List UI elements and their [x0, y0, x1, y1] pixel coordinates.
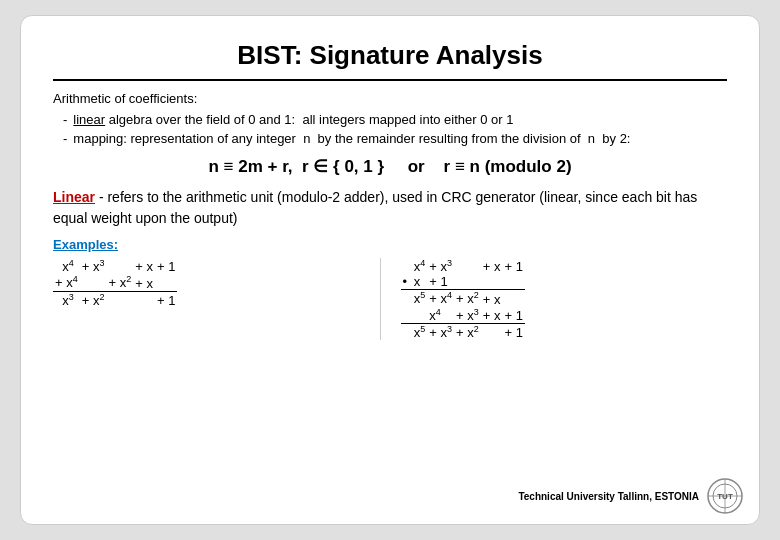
right-row-result: x5 + x3 + x2 + 1 — [401, 323, 525, 340]
left-row-2: + x4 + x2 + x — [53, 274, 177, 291]
arithmetic-label: Arithmetic of coefficients: — [53, 91, 727, 106]
linear-section-text: - refers to the arithmetic unit (modulo-… — [53, 189, 697, 226]
slide-title: BIST: Signature Analysis — [53, 40, 727, 71]
formula: n ≡ 2m + r, r ∈ { 0, 1 } or r ≡ n (modul… — [53, 156, 727, 177]
left-row-1: x4 + x3 + x + 1 — [53, 258, 177, 274]
left-row-result: x3 + x2 + 1 — [53, 291, 177, 308]
examples-label: Examples: — [53, 237, 727, 252]
examples-container: x4 + x3 + x + 1 + x4 + x2 + x x — [53, 258, 727, 340]
right-row-div2: x4 + x3 + x + 1 — [401, 307, 525, 324]
university-logo: TUT — [707, 478, 743, 514]
example-left: x4 + x3 + x + 1 + x4 + x2 + x x — [53, 258, 380, 340]
dash-2: - — [63, 131, 67, 146]
right-math-table: x4 + x3 + x + 1 • x + 1 — [401, 258, 525, 340]
slide-container: BIST: Signature Analysis Arithmetic of c… — [20, 15, 760, 525]
bullet-list: - linear algebra over the field of 0 and… — [63, 112, 727, 146]
footer-text: Technical University Tallinn, ESTONIA — [518, 491, 699, 502]
right-row-div1: x5 + x4 + x2 + x — [401, 290, 525, 307]
svg-text:TUT: TUT — [717, 492, 733, 501]
bullet2-text: mapping: representation of any integer n… — [73, 131, 630, 146]
left-math-table: x4 + x3 + x + 1 + x4 + x2 + x x — [53, 258, 177, 308]
linear-section: Linear - refers to the arithmetic unit (… — [53, 187, 727, 229]
right-row-bullet: • x + 1 — [401, 274, 525, 290]
title-divider — [53, 79, 727, 81]
footer: Technical University Tallinn, ESTONIA TU… — [518, 478, 743, 514]
bullet-item-2: - mapping: representation of any integer… — [63, 131, 727, 146]
right-row-1: x4 + x3 + x + 1 — [401, 258, 525, 274]
linear-underline: linear — [73, 112, 105, 127]
example-right: x4 + x3 + x + 1 • x + 1 — [380, 258, 728, 340]
dash-1: - — [63, 112, 67, 127]
bullet1-text: linear algebra over the field of 0 and 1… — [73, 112, 513, 127]
linear-word: Linear — [53, 189, 95, 205]
bullet-item-1: - linear algebra over the field of 0 and… — [63, 112, 727, 127]
